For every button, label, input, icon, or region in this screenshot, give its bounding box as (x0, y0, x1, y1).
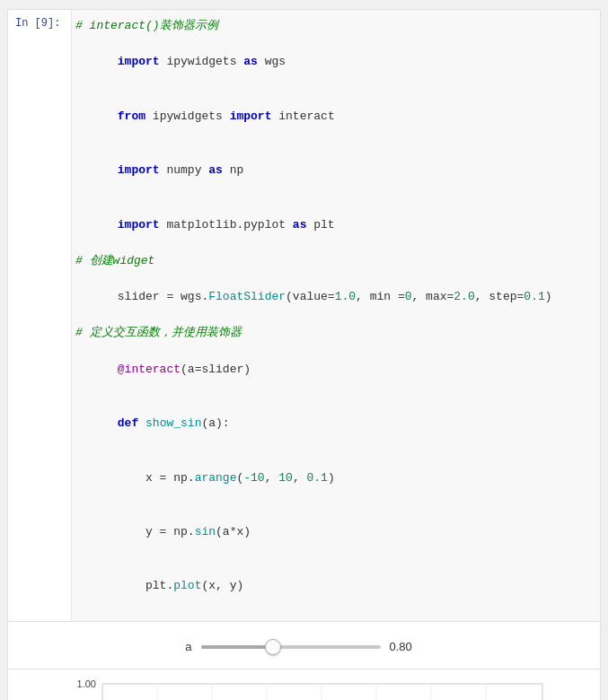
cell-label: In [9]: (8, 10, 71, 621)
code-line-6: # 创建widget (75, 252, 593, 270)
cell-code-block: # interact()装饰器示例 import ipywidgets as w… (71, 10, 600, 621)
code-line-8: # 定义交互函数，并使用装饰器 (75, 324, 593, 342)
slider-container[interactable] (201, 638, 381, 656)
code-line-9: @interact(a=slider) (75, 343, 593, 397)
code-line-2: import ipywidgets as wgs (75, 35, 593, 89)
code-line-3: from ipywidgets import interact (75, 90, 593, 144)
widget-area: a 0.80 (7, 622, 601, 669)
chart-container: 1.00 0.75 0.50 0.25 0.00 −0.25 −0.50 −0.… (53, 675, 556, 700)
code-cell: In [9]: # interact()装饰器示例 import ipywidg… (7, 9, 601, 622)
svg-rect-0 (102, 684, 542, 700)
plot-area: 1.00 0.75 0.50 0.25 0.00 −0.25 −0.50 −0.… (7, 669, 601, 700)
code-line-7: slider = wgs.FloatSlider(value=1.0, min … (75, 270, 593, 324)
slider-label: a (174, 640, 192, 653)
code-line-12: y = np.sin(a*x) (75, 505, 593, 559)
slider-track (201, 645, 381, 649)
code-line-1: # interact()装饰器示例 (75, 17, 593, 35)
sine-chart: 1.00 0.75 0.50 0.25 0.00 −0.25 −0.50 −0.… (53, 675, 556, 700)
code-line-10: def show_sin(a): (75, 397, 593, 451)
slider-row: a 0.80 (8, 634, 600, 660)
y-label-1: 1.00 (76, 678, 95, 689)
slider-fill (201, 645, 273, 649)
code-line-4: import numpy as np (75, 144, 593, 197)
slider-value: 0.80 (390, 640, 435, 653)
code-line-13: plt.plot(x, y) (75, 559, 593, 613)
code-line-11: x = np.arange(-10, 10, 0.1) (75, 451, 593, 504)
code-line-5: import matplotlib.pyplot as plt (75, 197, 593, 251)
slider-thumb[interactable] (265, 639, 281, 655)
